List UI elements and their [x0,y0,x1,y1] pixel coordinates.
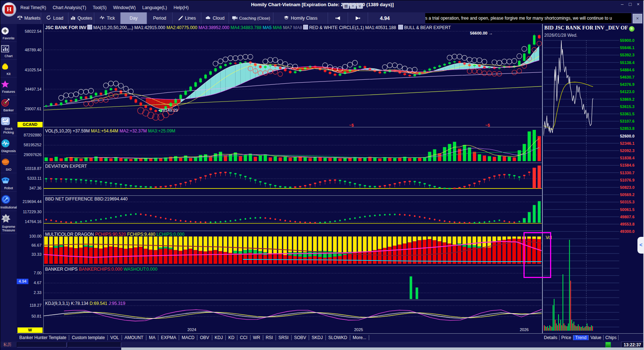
mdi-control-icon[interactable]: ∨ [357,3,363,9]
bid-scale-value: 51838.4 [620,155,644,160]
bid-scale-value: 51584.6 [620,163,644,168]
tab-vol[interactable]: VOL [108,335,122,340]
sidebar-item-institutional[interactable]: Institutional [0,192,17,211]
main-price-pane[interactable] [43,24,542,127]
indicator-icon[interactable] [398,25,403,29]
window-control[interactable]: □ [626,1,634,7]
tab-sobv[interactable]: SOBV [292,335,309,340]
tab-kd[interactable]: KD [226,335,237,340]
tab-macd[interactable]: MACD [179,335,197,340]
tab-amount[interactable]: AMOUNT [122,335,146,340]
collapse-panel-arrow[interactable]: < [637,237,644,254]
symbol-name: JSC BANK FOR INV [45,25,86,30]
sidebar-item-supreme-treasure[interactable]: Supreme Treasure [0,211,17,234]
sidebar: FavoriteChartKitFeaturesBankerStock Pick… [0,24,17,342]
scale-icon [17,15,23,21]
bid-scale-value: 55900.0 [620,38,644,43]
bid-tab-price[interactable]: Price [560,335,573,340]
favorite-icon [0,26,17,36]
toolbar-button-quotes[interactable]: Quotes [68,12,94,24]
mdi-control-icon[interactable]: ▦ [343,3,349,9]
mdi-window-controls[interactable]: ▦×∨ [343,2,364,9]
tab-slowkd[interactable]: SLOWKD [326,335,350,340]
bid-tab-details[interactable]: Details [542,335,560,340]
sidebar-item-features[interactable]: Features [0,77,17,95]
toolbar-button-load[interactable]: Load [41,12,68,24]
axis-label: 2.33 [17,290,42,295]
bbd-legend: BBD NET DIFFERENCE BBD:219694.440 [45,196,128,202]
menu-help-h-[interactable]: Help(H) [170,4,192,11]
arrow-right-button[interactable] [348,12,368,24]
arrow-right-icon [353,15,363,21]
vol-legend: VOL(5,10,20) +37.59M MA1:+54.64M MA2:+32… [45,128,175,134]
bid-panel: BID JSC BANK FOR INV _DEV OF + 2026/01/2… [542,24,644,333]
menu-language-l-[interactable]: Language(L) [139,4,170,11]
dollar-mark: ~$ [485,123,490,127]
gcand-tag[interactable]: GCAND [17,122,43,127]
indicator-icon[interactable] [87,25,92,29]
tab-ma[interactable]: MA [146,335,158,340]
marquee-close-button[interactable]: × [633,14,642,23]
sidebar-item-sio[interactable]: SIO [0,155,17,173]
toolbar-button-coaching-close-[interactable]: Coaching (Close) [229,12,273,24]
tab-skdj[interactable]: SKDJ [309,335,326,340]
tab-kdj[interactable]: KDJ [212,335,226,340]
sidebar-item-diagnosis[interactable]: Diagnosis [0,136,17,155]
tab-custom-template[interactable]: Custom template [69,335,108,340]
tab-banker-hunter-template[interactable]: Banker Hunter Template [17,335,69,340]
axis-label: 29097626 [17,152,42,157]
toolbar-button-markets[interactable]: Markets [17,12,41,24]
main-legend: JSC BANK FOR INVMA(10,20,50,200,,,,) MA1… [45,25,451,30]
toolbar-button-lines[interactable]: Lines [173,12,201,24]
sidebar-item-robot[interactable]: Robot [0,173,17,192]
high-price-annotation: 56600.00 → [470,31,493,35]
menu-chart-analysis-t-[interactable]: Chart Analysis(T) [50,4,90,11]
sidebar-item-banker[interactable]: Banker [0,95,17,114]
mdi-control-icon[interactable]: × [350,3,356,9]
menu-tool-s-[interactable]: Tool(S) [90,4,110,11]
sidebar-item-kit[interactable]: Kit [0,60,17,77]
bid-scale-value: 55138.4 [620,60,644,65]
toolbar-button-homily-class[interactable]: Homily Class [273,12,328,24]
axis-label: 50.81 [17,314,42,319]
tab-expma[interactable]: EXPMA [158,335,179,340]
toolbar-button-cloud[interactable]: Cloud [201,12,229,24]
window-control[interactable]: – [618,1,626,7]
sidebar-item-favorite[interactable]: Favorite [0,24,17,42]
tab-obv[interactable]: OBV [197,335,212,340]
sidebar-item-chart[interactable]: Chart [0,42,17,60]
axis-label: 33.33 [17,252,42,257]
sidebar-item-stock-picking[interactable]: Stock Picking [0,114,17,136]
axis-label: 219694.44 [17,199,42,204]
bid-scale-value: 53869.2 [620,97,644,102]
arrow-left-button[interactable] [328,12,348,24]
window-control[interactable]: × [634,1,642,7]
quotes-icon [70,15,76,21]
supreme-icon [0,213,17,224]
bid-scale-value: 49300.0 [620,229,644,234]
menu-real-time-r-[interactable]: Real Time(R) [17,4,50,11]
chart-icon [0,44,17,53]
toolbar-button-tick[interactable]: Tick [94,12,120,24]
menu-window-w-[interactable]: Window(W) [110,4,139,11]
indicator-icon[interactable] [303,25,308,29]
bid-tab-value[interactable]: Value [589,335,604,340]
w-period-tag[interactable]: W [17,327,43,333]
tab-rsi[interactable]: RSI [263,335,276,340]
bid-scale-value: 54123.0 [620,89,644,94]
x-label-2026: 2026 [516,327,532,332]
bid-tab-trend[interactable]: Trend [573,335,589,340]
app-logo-icon: H [2,2,16,17]
tab-wr[interactable]: WR [250,335,263,340]
tab-srsi[interactable]: SRSI [276,335,292,340]
bid-tab-chips[interactable]: Chips [604,335,619,340]
window-controls[interactable]: –□× [618,1,642,7]
tab-cci[interactable]: CCI [237,335,250,340]
toolbar-button-period[interactable]: Period [147,12,173,24]
intraday-plot[interactable] [544,40,619,333]
deviation-pane[interactable] [43,163,542,196]
axis-label: 48789.40 [17,47,42,52]
dollar-mark: ~$ [349,123,354,127]
tab-more-[interactable]: More... [350,335,369,340]
toolbar-button-day[interactable]: Day [120,12,147,24]
